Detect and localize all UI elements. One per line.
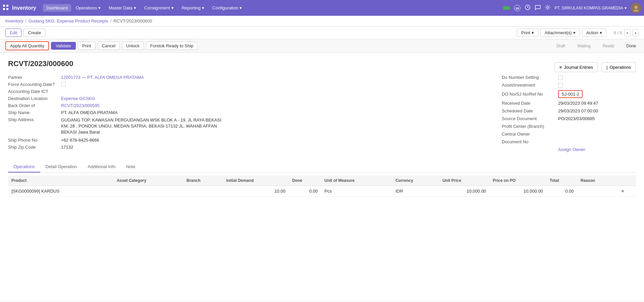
- breadcrumb-inventory[interactable]: Inventory: [5, 18, 23, 23]
- breadcrumb-sep-1: /: [25, 18, 26, 23]
- form-fields-row: Partner 12001723 — PT. ALFA OMEGA PRATAM…: [8, 75, 636, 155]
- profit-center-label: Profit Center (Branch): [502, 124, 555, 129]
- ship-zip-value: 17132: [61, 145, 73, 150]
- do-sj-value: SJ-001-2: [558, 90, 583, 98]
- col-product: Product: [8, 175, 113, 186]
- tab-additional-info[interactable]: Additional Info: [83, 161, 121, 172]
- source-document-label: Source Document: [502, 116, 555, 121]
- menu-master-data[interactable]: Master Data ▾: [105, 4, 140, 12]
- col-uom: Unit of Measure: [321, 175, 392, 186]
- ship-zip-label: Ship Zip Code: [8, 145, 58, 150]
- scheduled-date-value: 29/03/2023 07:00:00: [558, 108, 598, 113]
- cell-product: [SKG0000099] KARDUS: [8, 186, 113, 197]
- chevron-down-icon: ▾: [625, 6, 627, 10]
- journal-entries-button[interactable]: ≡ Journal Entries: [554, 62, 598, 72]
- col-initial-demand: Initial Demand: [223, 175, 289, 186]
- notification-badge[interactable]: 29: [514, 5, 521, 11]
- field-ship-zip: Ship Zip Code 17132: [8, 145, 488, 150]
- svg-point-10: [634, 6, 638, 9]
- print-button[interactable]: Print ▾: [517, 29, 538, 37]
- chevron-down-icon: ▾: [600, 30, 602, 35]
- status-ready: Ready: [600, 43, 617, 49]
- form-title: RCVT/2023/000600: [8, 59, 73, 68]
- settings-icon[interactable]: [545, 4, 551, 11]
- breadcrumb-gudang[interactable]: Gudang SKG: Expense Product Receipts: [29, 18, 108, 23]
- do-number-checkbox[interactable]: [558, 75, 563, 80]
- attachments-button[interactable]: Attachment(s) ▾: [540, 29, 580, 37]
- cell-row-icon[interactable]: ≡: [618, 186, 636, 197]
- action-button[interactable]: Action ▾: [582, 29, 606, 37]
- svg-text:29: 29: [515, 7, 519, 10]
- svg-rect-2: [3, 8, 5, 10]
- svg-rect-0: [3, 5, 5, 7]
- table-row[interactable]: [SKG0000099] KARDUS 10.00 0.00 Pcs IDR 1…: [8, 186, 636, 197]
- chevron-down-icon: ▾: [202, 5, 204, 10]
- ship-address-label: Ship Address: [8, 117, 58, 122]
- assign-owner-link[interactable]: Assign Owner: [558, 147, 585, 152]
- asset-investment-checkbox[interactable]: [558, 83, 563, 88]
- tab-note[interactable]: Note: [121, 161, 141, 172]
- top-right-icons: 29 PT. SIRKULASI KOMPAS GRAMEDIA ▾: [503, 3, 642, 13]
- cell-initial-demand: 10.00: [223, 186, 289, 197]
- breadcrumb: Inventory / Gudang SKG: Expense Product …: [0, 16, 644, 27]
- print-sec-button[interactable]: Print: [78, 42, 96, 50]
- menu-configuration[interactable]: Configuration ▾: [209, 4, 245, 12]
- central-owner-label: Central Owner: [502, 132, 555, 137]
- menu-consignment[interactable]: Consignment ▾: [141, 4, 177, 12]
- field-scheduled-date: Scheduled Date 29/03/2023 07:00:00: [502, 108, 636, 113]
- action-bar: Edit Create Print ▾ Attachment(s) ▾ Acti…: [0, 27, 644, 39]
- ship-name-value: PT. ALFA OMEGA PRATAMA: [61, 110, 118, 115]
- received-date-label: Received Date: [502, 101, 555, 106]
- breadcrumb-current: RCVT/2023/000600: [113, 18, 152, 23]
- operations-header-button[interactable]: | Operations: [601, 62, 636, 72]
- app-name: Inventory: [12, 5, 36, 11]
- source-document-value: PO/2023/03/00885: [558, 116, 595, 121]
- list-icon: ≡: [559, 65, 562, 70]
- form-right-column: Do Number Setting Asset/Investment DO No…: [502, 75, 636, 155]
- breadcrumb-sep-2: /: [110, 18, 112, 23]
- svg-rect-3: [6, 8, 8, 10]
- tab-bar: Operations Detail Operation Additional I…: [8, 161, 636, 173]
- menu-operations[interactable]: Operations ▾: [72, 4, 104, 12]
- field-dest-location: Destination Location Expense GCSKG: [8, 96, 488, 101]
- journal-entries-label: Journal Entries: [564, 65, 593, 70]
- col-total: Total: [546, 175, 577, 186]
- pagination-info: 6 / 6: [614, 30, 622, 35]
- status-done: Done: [624, 43, 639, 49]
- col-reason: Reason: [577, 175, 618, 186]
- edit-button[interactable]: Edit: [5, 29, 21, 37]
- apply-all-quantity-button[interactable]: Apply All Quantity: [5, 41, 49, 50]
- unlock-button[interactable]: Unlock: [122, 42, 144, 50]
- company-info[interactable]: PT. SIRKULASI KOMPAS GRAMEDIA ▾: [555, 6, 627, 10]
- grid-icon[interactable]: [3, 4, 9, 11]
- ship-phone-label: Ship Phone No: [8, 138, 58, 143]
- menu-reporting[interactable]: Reporting ▾: [178, 4, 208, 12]
- top-menu: Dashboard Operations ▾ Master Data ▾ Con…: [43, 4, 503, 12]
- tab-operations[interactable]: Operations: [8, 161, 40, 172]
- tab-detail-operation[interactable]: Detail Operation: [40, 161, 83, 172]
- forstok-button[interactable]: Forstok Ready to Ship: [146, 42, 198, 50]
- do-sj-label: DO No/SJ No/Ref No: [502, 92, 555, 97]
- cell-reason: [577, 186, 618, 197]
- menu-dashboard[interactable]: Dashboard: [43, 4, 71, 12]
- chevron-down-icon: ▾: [573, 30, 576, 35]
- col-currency: Currency: [392, 175, 439, 186]
- validate-button[interactable]: Validate: [51, 42, 76, 50]
- dest-location-value[interactable]: Expense GCSKG: [61, 96, 95, 101]
- cancel-button[interactable]: Cancel: [98, 42, 120, 50]
- document-no-label: Document No: [502, 139, 555, 144]
- next-page-button[interactable]: ›: [633, 29, 639, 36]
- create-button[interactable]: Create: [23, 29, 45, 37]
- form-left-column: Partner 12001723 — PT. ALFA OMEGA PRATAM…: [8, 75, 488, 155]
- user-avatar[interactable]: [631, 3, 641, 13]
- cell-done: 0.00: [289, 186, 321, 197]
- field-force-accounting: Force Accounting Date?: [8, 82, 488, 87]
- clock-icon[interactable]: [525, 4, 531, 11]
- prev-page-button[interactable]: ‹: [624, 29, 630, 36]
- back-order-value[interactable]: RCVT/2023/000595: [61, 103, 100, 108]
- partner-value[interactable]: 12001723 — PT. ALFA OMEGA PRATAMA: [61, 75, 144, 80]
- ship-phone-value: +62 878-8425-8666: [61, 138, 99, 143]
- force-accounting-checkbox[interactable]: [61, 82, 66, 87]
- table-spacer: [8, 197, 636, 223]
- chat-icon[interactable]: [535, 4, 541, 11]
